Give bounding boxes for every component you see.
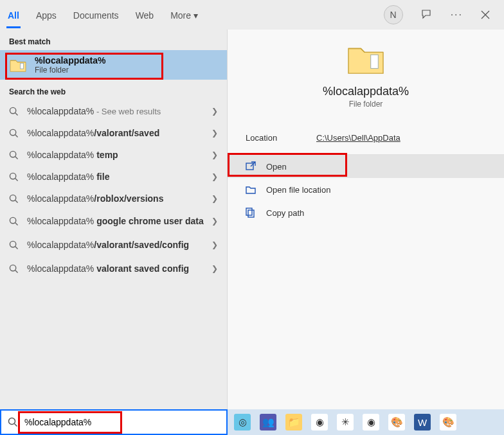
search-bar[interactable] <box>0 409 228 435</box>
action-label: Copy path <box>266 208 304 218</box>
svg-point-7 <box>10 241 15 247</box>
action-label: Open <box>266 162 287 172</box>
svg-rect-10 <box>246 163 253 170</box>
svg-rect-0 <box>20 63 23 69</box>
web-result[interactable]: %localappdata% temp ❯ <box>0 144 227 166</box>
result-text: %localappdata% file <box>27 172 204 182</box>
folder-icon <box>346 41 386 85</box>
chevron-right-icon[interactable]: ❯ <box>212 129 218 138</box>
web-result[interactable]: %localappdata%/valorant/saved/config ❯ <box>0 233 227 257</box>
close-icon[interactable] <box>481 10 490 19</box>
taskbar-chrome2[interactable]: ◉ <box>363 414 379 431</box>
result-text: %localappdata%/valorant/saved <box>27 128 204 138</box>
action-label: Open file location <box>266 185 330 195</box>
taskbar-explorer[interactable]: 📁 <box>285 414 302 431</box>
search-icon <box>9 129 19 138</box>
result-text: %localappdata% google chrome user data <box>27 215 204 227</box>
location-row: Location C:\Users\Dell\AppData <box>228 121 504 154</box>
svg-point-6 <box>10 217 15 223</box>
action-copy-path[interactable]: Copy path <box>228 201 504 224</box>
result-text: %localappdata%/valorant/saved/config <box>27 239 204 251</box>
taskbar-teams[interactable]: 👥 <box>260 414 276 431</box>
search-icon <box>9 107 19 116</box>
chevron-right-icon[interactable]: ❯ <box>212 172 218 181</box>
best-match-title: %localappdata% <box>35 55 105 66</box>
more-icon[interactable]: ··· <box>451 9 463 21</box>
web-result[interactable]: %localappdata% google chrome user data ❯ <box>0 209 227 233</box>
svg-rect-11 <box>248 210 254 217</box>
svg-point-2 <box>10 129 15 135</box>
location-label: Location <box>246 133 316 143</box>
result-text: %localappdata% valorant saved config <box>27 263 204 275</box>
chevron-right-icon[interactable]: ❯ <box>212 240 218 249</box>
taskbar-slack[interactable]: ✳ <box>337 414 354 431</box>
folder-open-icon <box>246 184 256 195</box>
result-text: %localappdata%/roblox/versions <box>27 193 204 204</box>
svg-point-8 <box>10 265 15 271</box>
feedback-icon[interactable] <box>421 9 433 21</box>
search-web-header: Search the web <box>0 80 227 100</box>
svg-point-13 <box>9 418 15 425</box>
web-results: %localappdata% - See web results ❯ %loca… <box>0 100 227 281</box>
best-match-header: Best match <box>0 30 227 50</box>
chevron-right-icon[interactable]: ❯ <box>212 194 218 203</box>
tab-documents[interactable]: Documents <box>73 3 119 27</box>
chevron-right-icon[interactable]: ❯ <box>212 150 218 159</box>
search-icon <box>9 150 19 160</box>
taskbar: ◎👥📁◉✳◉🎨W🎨 <box>228 409 504 435</box>
preview-pane: %localappdata% File folder Location C:\U… <box>228 30 504 409</box>
preview-block: %localappdata% File folder <box>228 35 504 121</box>
chevron-right-icon[interactable]: ❯ <box>212 217 218 226</box>
tab-web[interactable]: Web <box>136 3 154 27</box>
chevron-right-icon[interactable]: ❯ <box>212 107 218 116</box>
action-open-file-location[interactable]: Open file location <box>228 178 504 201</box>
open-icon <box>246 161 256 172</box>
main: Best match %localappdata% File folder Se… <box>0 30 504 409</box>
best-match-text: %localappdata% File folder <box>35 55 105 75</box>
folder-icon <box>9 57 27 73</box>
web-result[interactable]: %localappdata%/valorant/saved ❯ <box>0 122 227 144</box>
svg-point-1 <box>10 107 15 113</box>
tab-all[interactable]: All <box>8 3 19 27</box>
search-icon <box>9 172 19 182</box>
title-controls: N ··· <box>384 5 490 24</box>
svg-point-4 <box>10 173 15 179</box>
actions: OpenOpen file locationCopy path <box>228 154 504 224</box>
tab-more[interactable]: More ▾ <box>170 3 198 27</box>
result-text: %localappdata% - See web results <box>27 106 204 116</box>
preview-subtitle: File folder <box>349 100 383 109</box>
taskbar-edge[interactable]: ◎ <box>234 414 251 431</box>
chevron-right-icon[interactable]: ❯ <box>212 264 218 273</box>
svg-point-5 <box>10 195 15 200</box>
web-result[interactable]: %localappdata% file ❯ <box>0 166 227 188</box>
action-open[interactable]: Open <box>228 155 504 178</box>
best-match-item[interactable]: %localappdata% File folder <box>0 50 227 80</box>
web-result[interactable]: %localappdata% valorant saved config ❯ <box>0 257 227 281</box>
taskbar-paint1[interactable]: 🎨 <box>388 414 405 431</box>
web-result[interactable]: %localappdata%/roblox/versions ❯ <box>0 188 227 209</box>
tab-apps[interactable]: Apps <box>36 3 57 27</box>
search-icon <box>9 264 19 274</box>
web-result[interactable]: %localappdata% - See web results ❯ <box>0 100 227 122</box>
best-match-subtitle: File folder <box>35 66 105 75</box>
taskbar-paint2[interactable]: 🎨 <box>440 414 456 431</box>
bottom-strip: ◎👥📁◉✳◉🎨W🎨 <box>0 409 504 435</box>
search-icon <box>8 417 18 427</box>
preview-title: %localappdata% <box>323 85 409 98</box>
user-avatar[interactable]: N <box>384 5 403 24</box>
search-bar-container <box>0 409 228 435</box>
search-icon <box>9 194 19 204</box>
taskbar-chrome1[interactable]: ◉ <box>311 414 328 431</box>
user-initial: N <box>390 10 397 20</box>
search-icon <box>9 217 19 226</box>
tab-bar: AllAppsDocumentsWebMore ▾ N ··· <box>0 0 504 30</box>
result-text: %localappdata% temp <box>27 150 204 160</box>
svg-point-3 <box>10 151 15 157</box>
search-input[interactable] <box>24 417 220 427</box>
taskbar-word[interactable]: W <box>414 414 431 431</box>
svg-rect-12 <box>246 208 252 215</box>
results-pane: Best match %localappdata% File folder Se… <box>0 30 228 409</box>
chevron-down-icon: ▾ <box>194 10 198 21</box>
copy-icon <box>246 208 256 218</box>
location-value[interactable]: C:\Users\Dell\AppData <box>316 133 401 143</box>
